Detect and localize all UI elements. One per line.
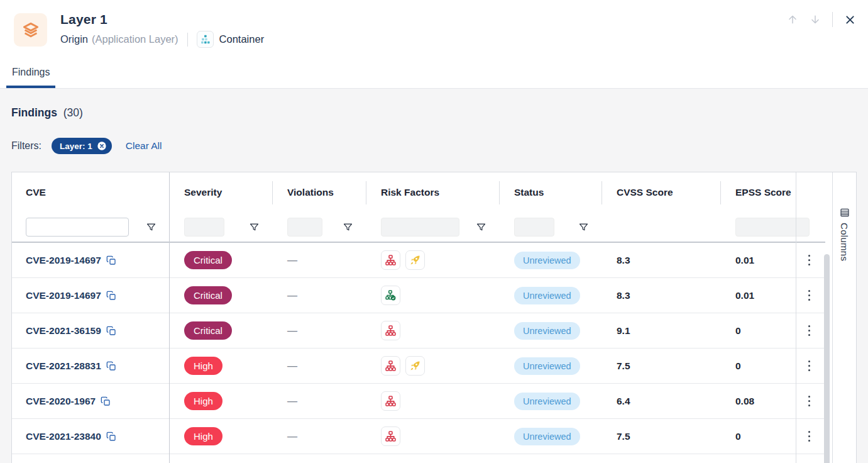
epss-score: 0 — [735, 431, 741, 442]
column-header-status[interactable]: Status — [499, 187, 602, 198]
row-menu-kebab-icon[interactable] — [806, 252, 813, 268]
column-header-cvss[interactable]: CVSS Score — [602, 187, 720, 198]
severity-badge: High — [184, 392, 222, 410]
status-funnel-icon[interactable] — [578, 222, 589, 233]
epss-score: 0.01 — [735, 255, 754, 266]
copy-icon[interactable] — [106, 361, 116, 371]
table-row: CVE-2020-1967 High — Unreviewed 6.4 0.08 — [12, 384, 825, 419]
sitemap-red-icon — [381, 250, 400, 270]
row-menu-kebab-icon[interactable] — [806, 358, 813, 374]
status-badge: Unreviewed — [514, 357, 580, 375]
copy-icon[interactable] — [106, 255, 116, 265]
risk-factors-cell — [366, 427, 499, 446]
severity-badge: Critical — [184, 286, 232, 304]
findings-count: (30) — [63, 106, 83, 119]
entity-header: Layer 1 Origin (Application Layer) Conta… — [0, 0, 868, 60]
actions-column-divider — [796, 172, 796, 463]
cvss-score: 7.5 — [617, 431, 630, 442]
columns-panel-label: Columns — [839, 223, 850, 261]
table-row: CVE-2021-36159 Critical — Unreviewed 9.1… — [12, 313, 825, 349]
status-filter-input[interactable] — [514, 218, 554, 237]
risk-factors-filter-input[interactable] — [381, 218, 459, 237]
cve-link[interactable]: CVE-2020-1967 — [26, 396, 96, 407]
copy-icon[interactable] — [106, 326, 116, 336]
cve-filter-input[interactable] — [26, 218, 129, 237]
close-icon[interactable] — [842, 11, 858, 28]
epss-score: 0 — [735, 325, 741, 337]
table-header-row: CVE Severity Violations Risk Factors Sta… — [12, 172, 825, 213]
epss-score: 0.08 — [735, 396, 754, 407]
violations-funnel-icon[interactable] — [343, 222, 353, 233]
severity-funnel-icon[interactable] — [249, 222, 260, 233]
violations-value: — — [287, 396, 297, 407]
risk-factors-cell — [366, 286, 499, 305]
origin-label: Origin — [60, 33, 88, 45]
findings-section: Findings (30) Filters: Layer: 1 Clear Al… — [0, 89, 868, 463]
epss-score: 0 — [735, 360, 741, 372]
column-header-severity[interactable]: Severity — [169, 187, 272, 198]
rocket-yellow-icon — [405, 250, 425, 270]
table-row: CVE-2019-14697 Critical — Unreviewed — [12, 243, 825, 278]
tab-bar: Findings — [0, 60, 868, 89]
copy-icon[interactable] — [106, 432, 116, 442]
cvss-score: 6.4 — [617, 396, 630, 407]
divider — [272, 181, 273, 204]
severity-badge: High — [184, 427, 222, 445]
cve-link[interactable]: CVE-2019-14697 — [26, 290, 101, 301]
status-badge: Unreviewed — [514, 428, 580, 445]
row-menu-kebab-icon[interactable] — [806, 287, 813, 303]
severity-badge: High — [184, 357, 222, 375]
sitemap-green-check-icon — [381, 286, 400, 305]
copy-icon[interactable] — [106, 291, 116, 301]
divider — [499, 181, 500, 204]
risk-factors-cell — [366, 356, 499, 376]
severity-filter-input[interactable] — [184, 218, 224, 237]
table-filter-row — [12, 213, 825, 243]
cvss-score: 7.5 — [617, 360, 630, 372]
remove-filter-icon[interactable] — [97, 141, 107, 151]
divider — [187, 33, 188, 47]
epss-filter-input[interactable] — [735, 218, 810, 237]
origin-note: (Application Layer) — [92, 33, 179, 45]
columns-panel-toggle[interactable]: Columns — [832, 172, 856, 463]
row-menu-kebab-icon[interactable] — [806, 393, 813, 409]
row-menu-kebab-icon[interactable] — [806, 323, 813, 338]
vertical-scrollbar[interactable] — [824, 254, 830, 463]
table-row: CVE-2021-28831 High — Unreviewed 7. — [12, 349, 825, 384]
cvss-score: 8.3 — [617, 255, 630, 266]
severity-badge: Critical — [184, 251, 232, 269]
cve-funnel-icon[interactable] — [146, 222, 157, 233]
sitemap-red-icon — [381, 321, 400, 340]
status-badge: Unreviewed — [514, 252, 580, 269]
cve-link[interactable]: CVE-2021-23840 — [26, 431, 101, 442]
status-badge: Unreviewed — [514, 287, 580, 304]
copy-icon[interactable] — [101, 396, 111, 406]
columns-grid-icon — [840, 208, 850, 218]
clear-all-link[interactable]: Clear All — [126, 140, 162, 152]
row-menu-kebab-icon[interactable] — [806, 428, 813, 444]
filter-chip-label: Layer: 1 — [60, 142, 92, 151]
column-header-cve[interactable]: CVE — [12, 187, 169, 198]
cvss-score: 9.1 — [617, 325, 630, 337]
risk-factors-funnel-icon[interactable] — [476, 222, 486, 233]
epss-score: 0.01 — [735, 290, 754, 301]
page-title: Layer 1 — [60, 12, 264, 27]
filter-chip-layer[interactable]: Layer: 1 — [52, 138, 112, 154]
column-header-risk-factors[interactable]: Risk Factors — [366, 187, 499, 198]
next-down-arrow-icon[interactable] — [807, 11, 823, 28]
column-header-violations[interactable]: Violations — [272, 187, 366, 198]
violations-filter-input[interactable] — [287, 218, 322, 237]
violations-value: — — [287, 255, 297, 266]
cve-link[interactable]: CVE-2019-14697 — [26, 255, 101, 266]
cve-link[interactable]: CVE-2021-36159 — [26, 325, 101, 337]
pinned-column-divider — [169, 172, 170, 463]
violations-value: — — [287, 325, 297, 337]
rocket-yellow-icon — [405, 356, 425, 376]
cve-link[interactable]: CVE-2021-28831 — [26, 360, 101, 372]
prev-up-arrow-icon[interactable] — [784, 11, 801, 28]
container-label: Container — [219, 33, 265, 45]
column-header-epss[interactable]: EPSS Score — [720, 187, 796, 198]
risk-factors-cell — [366, 250, 499, 270]
tab-findings[interactable]: Findings — [6, 67, 55, 88]
sitemap-red-icon — [381, 356, 400, 376]
